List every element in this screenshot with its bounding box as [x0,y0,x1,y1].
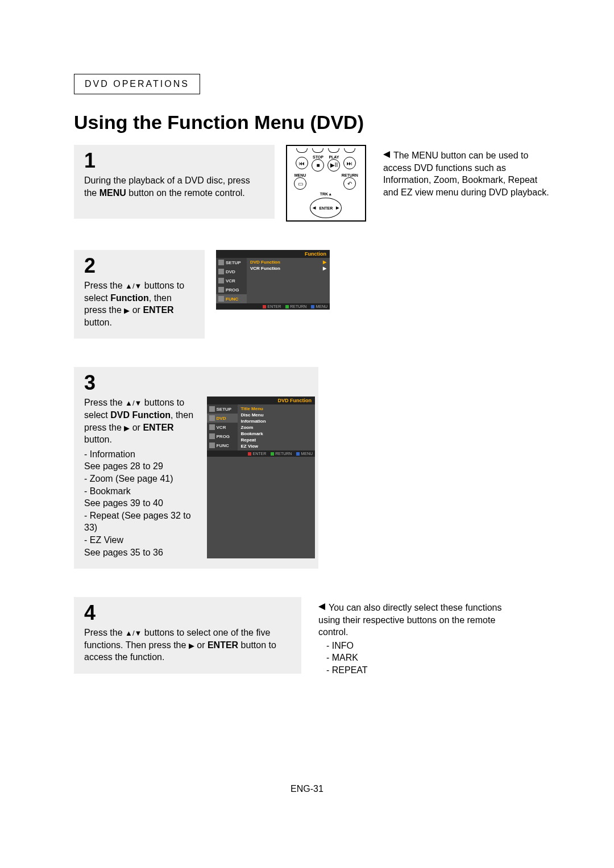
list-item: - Repeat (See pages 32 to 33) [84,510,204,534]
note-arrow-icon [383,151,390,158]
list-item: - Bookmark See pages 39 to 40 [84,485,204,510]
list-item: - EZ View See pages 35 to 36 [84,534,204,558]
osd-main: DVD Function▶ VCR Function▶ [247,258,330,303]
section-header: DVD OPERATIONS [85,79,189,89]
list-item: - Zoom (See page 41) [84,473,204,485]
osd-sidebar: SETUP DVD VCR PROG FUNC [216,258,247,303]
step-1-text: During the playback of a DVD disc, press… [84,174,264,199]
remote-next-icon: ⏭ [343,157,356,169]
osd-menu-item: Information [240,418,313,424]
osd-menu-item: Title Menu [240,406,313,412]
step-3-number: 3 [84,373,315,393]
remote-play-icon: ▶II [327,159,340,172]
step-3-text: Press the ▲/▼ buttons to select DVD Func… [84,397,204,445]
step-2-number: 2 [84,256,194,276]
remote-menu-icon: ▭ [294,177,306,190]
step-4: 4 Press the ▲/▼ buttons to select one of… [74,597,551,677]
osd-header: Function [216,250,330,258]
step-4-body: 4 Press the ▲/▼ buttons to select one of… [74,597,301,674]
osd-menu-item: EZ View [240,443,313,449]
step-4-text: Press the ▲/▼ buttons to select one of t… [84,627,291,663]
remote-prev-icon: ⏮ [296,157,308,169]
step-3-body: 3 Press the ▲/▼ buttons to select DVD Fu… [74,367,318,569]
osd-menu-item: Disc Menu [240,412,313,418]
section-header-box: DVD OPERATIONS [74,74,200,94]
step-1: 1 During the playback of a DVD disc, pre… [74,145,551,222]
remote-return-icon: ↶ [343,177,356,190]
step-3: 3 Press the ▲/▼ buttons to select DVD Fu… [74,367,551,569]
page-number: ENG-31 [0,784,614,794]
note-arrow-icon [318,603,325,610]
remote-diagram: ⏮ STOP ■ PLAY ▶II ⏭ MENU ▭ RETURN ↶ [286,145,366,222]
step-2: 2 Press the ▲/▼ buttons to select Functi… [74,250,551,339]
page-title: Using the Function Menu (DVD) [74,111,551,133]
step-1-note: The MENU button can be used to access DV… [383,145,551,198]
remote-stop-icon: ■ [312,159,324,172]
osd-menu-item: Zoom [240,424,313,431]
osd-footer: ENTER RETURN MENU [216,303,330,310]
osd-menu-item: Bookmark [240,431,313,437]
osd2-header: DVD Function [207,397,315,404]
osd-dvd-function-menu: DVD Function SETUP DVD VCR PROG FUNC Tit… [207,397,315,558]
step-4-note: You can also directly select these funct… [318,597,512,677]
step-1-body: 1 During the playback of a DVD disc, pre… [74,145,275,219]
step-2-body: 2 Press the ▲/▼ buttons to select Functi… [74,250,205,339]
osd-menu-item: Repeat [240,437,313,443]
remote-nav-pad: ◀ ENTER ▶ [310,198,342,218]
step-2-text: Press the ▲/▼ buttons to select Function… [84,279,194,328]
step-1-number: 1 [84,151,264,171]
list-item: - Information See pages 28 to 29 [84,448,204,473]
step-4-number: 4 [84,603,291,623]
osd-function-menu: Function SETUP DVD VCR PROG FUNC DVD Fun… [216,250,330,310]
step-3-bullets: - Information See pages 28 to 29- Zoom (… [84,448,204,558]
step-4-note-list: INFO MARK REPEAT [326,640,512,677]
